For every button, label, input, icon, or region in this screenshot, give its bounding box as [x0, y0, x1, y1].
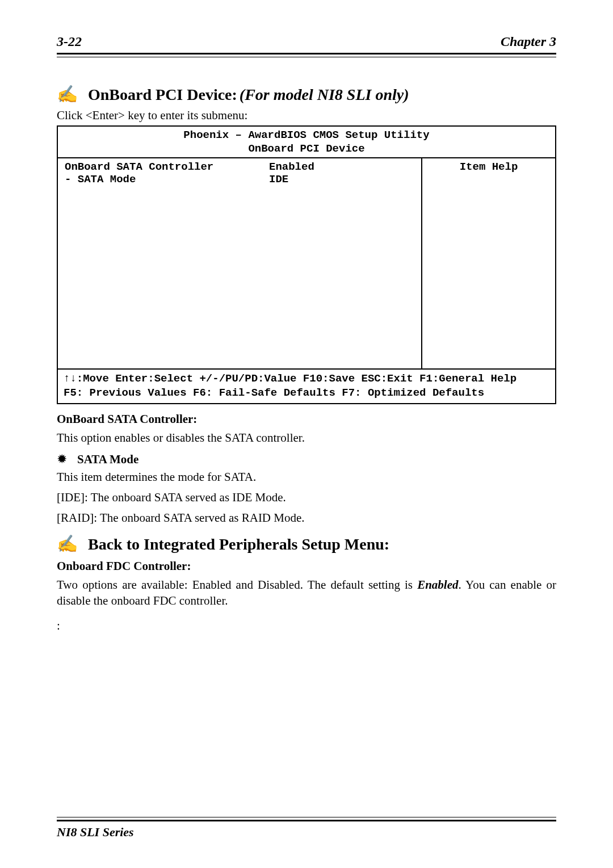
back-to-menu-title: Back to Integrated Peripherals Setup Men… — [88, 535, 389, 553]
sata-controller-heading: OnBoard SATA Controller: — [57, 412, 556, 426]
bios-screen: Phoenix – AwardBIOS CMOS Setup Utility O… — [57, 125, 556, 404]
onboard-pci-subtitle: (For model NI8 SLI only) — [240, 86, 409, 103]
onboard-pci-title: OnBoard PCI Device: — [88, 86, 237, 103]
chapter-label: Chapter 3 — [501, 34, 556, 49]
hand-icon: ✍ — [57, 535, 78, 552]
enter-submenu-instruction: Click <Enter> key to enter its submenu: — [57, 107, 556, 123]
bios-sata-controller-label: OnBoard SATA Controller — [65, 161, 269, 173]
bios-title-line2: OnBoard PCI Device — [62, 142, 551, 156]
page-number: 3-22 — [57, 34, 82, 49]
bios-body: OnBoard SATA Controller Enabled - SATA M… — [58, 158, 555, 370]
fdc-controller-heading: Onboard FDC Controller: — [57, 559, 556, 573]
sata-mode-heading: SATA Mode — [77, 452, 138, 467]
bios-sata-mode-value: IDE — [269, 173, 414, 186]
header-rule — [57, 53, 556, 57]
footer-series: NI8 SLI Series — [57, 825, 556, 840]
sata-mode-heading-row: ✹ SATA Mode — [57, 452, 556, 467]
bios-legend-line1: ↑↓:Move Enter:Select +/-/PU/PD:Value F10… — [64, 372, 549, 386]
bios-row-sata-mode: - SATA Mode IDE — [65, 173, 414, 186]
sata-mode-desc-raid: [RAID]: The onboard SATA served as RAID … — [57, 510, 556, 526]
bios-item-help-header: Item Help — [429, 161, 548, 173]
bios-settings-pane: OnBoard SATA Controller Enabled - SATA M… — [58, 158, 421, 368]
fdc-desc-emph: Enabled — [417, 578, 458, 592]
bios-help-pane: Item Help — [421, 158, 555, 368]
back-to-menu-heading: ✍ Back to Integrated Peripherals Setup M… — [57, 535, 556, 553]
page: 3-22 Chapter 3 ✍ OnBoard PCI Device: (Fo… — [0, 0, 613, 868]
onboard-pci-heading: ✍ OnBoard PCI Device: (For model NI8 SLI… — [57, 86, 556, 104]
bios-title-line1: Phoenix – AwardBIOS CMOS Setup Utility — [62, 129, 551, 142]
bios-key-legend: ↑↓:Move Enter:Select +/-/PU/PD:Value F10… — [58, 370, 555, 403]
bios-row-sata-controller: OnBoard SATA Controller Enabled — [65, 161, 414, 173]
sata-mode-desc-1: This item determines the mode for SATA. — [57, 469, 556, 485]
footer-rule — [57, 817, 556, 821]
sata-controller-desc: This option enables or disables the SATA… — [57, 430, 556, 446]
bios-legend-line2: F5: Previous Values F6: Fail-Safe Defaul… — [64, 386, 549, 400]
page-footer: NI8 SLI Series — [57, 817, 556, 840]
trailing-colon: : — [57, 618, 556, 634]
bios-sata-controller-value: Enabled — [269, 161, 414, 173]
fdc-controller-desc: Two options are available: Enabled and D… — [57, 577, 556, 609]
hand-icon: ✍ — [57, 86, 78, 103]
fdc-desc-pre: Two options are available: Enabled and D… — [57, 578, 417, 592]
page-header: 3-22 Chapter 3 — [57, 34, 556, 52]
bios-sata-mode-label: - SATA Mode — [65, 173, 269, 186]
star-icon: ✹ — [57, 452, 67, 467]
sata-mode-desc-ide: [IDE]: The onboard SATA served as IDE Mo… — [57, 489, 556, 505]
bios-title: Phoenix – AwardBIOS CMOS Setup Utility O… — [58, 127, 555, 158]
